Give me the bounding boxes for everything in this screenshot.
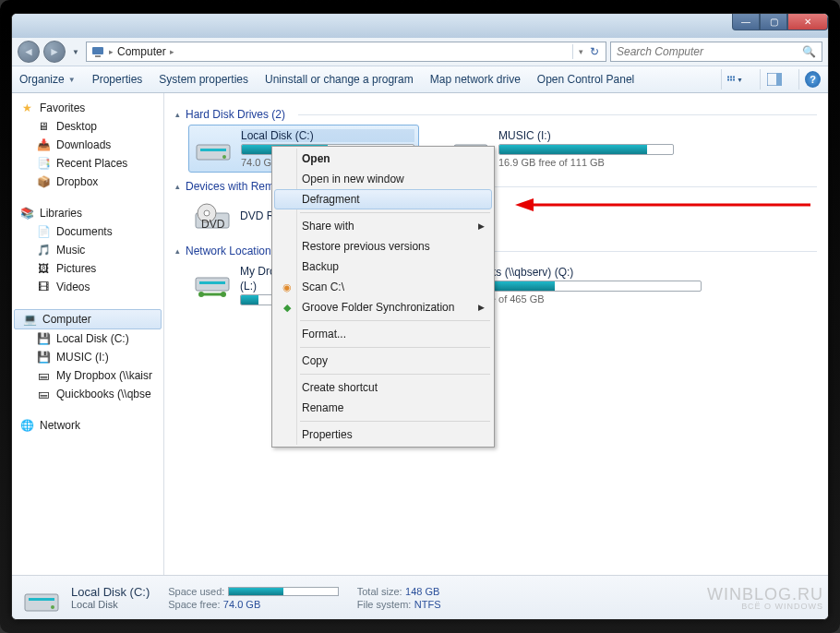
status-disk-title: Local Disk (C:) (71, 585, 150, 599)
ctx-create-shortcut[interactable]: Create shortcut (274, 377, 492, 398)
sidebar-item-recent[interactable]: 📑Recent Places (12, 154, 163, 173)
drive-quickbooks[interactable]: ooks (\\qbserv) (Q:) free of 465 GB (474, 261, 705, 309)
svg-rect-0 (92, 47, 103, 54)
network-group[interactable]: 🌐Network (12, 416, 163, 435)
disk-icon: 💾 (36, 331, 51, 346)
svg-point-26 (51, 605, 54, 609)
documents-icon: 📄 (36, 224, 51, 239)
uninstall-button[interactable]: Uninstall or change a program (265, 73, 414, 86)
sidebar-item-documents[interactable]: 📄Documents (12, 222, 163, 241)
map-drive-button[interactable]: Map network drive (430, 73, 521, 86)
svg-rect-4 (733, 76, 735, 78)
ctx-groove-sync[interactable]: ◆Groove Folder Synchronization▶ (274, 297, 492, 317)
disk-icon: 💾 (36, 350, 51, 364)
total-size-value: 148 GB (405, 586, 439, 597)
svg-rect-25 (29, 598, 54, 601)
search-input[interactable] (617, 45, 801, 58)
content-area: ▴Hard Disk Drives (2) Local Disk (C:) 74… (164, 93, 828, 575)
search-icon[interactable]: 🔍 (801, 44, 816, 59)
navigation-pane: ★Favorites 🖥Desktop 📥Downloads 📑Recent P… (12, 93, 164, 575)
netdrive-icon: 🖴 (36, 368, 51, 383)
collapse-icon: ▴ (175, 182, 180, 191)
sidebar-item-downloads[interactable]: 📥Downloads (12, 136, 163, 154)
svg-rect-7 (733, 78, 735, 80)
context-menu: Open Open in new window Defragment Share… (271, 146, 495, 448)
forward-button[interactable]: ► (43, 41, 66, 63)
section-hdd[interactable]: ▴Hard Disk Drives (2) (175, 108, 817, 121)
breadcrumb-computer[interactable]: Computer (117, 45, 166, 58)
address-bar[interactable]: ▸ Computer ▸ ▾ ↻ (86, 42, 606, 62)
sidebar-item-desktop[interactable]: 🖥Desktop (12, 117, 163, 136)
recent-icon: 📑 (36, 156, 51, 171)
drive-name: Local Disk (C:) (241, 129, 414, 142)
ctx-open[interactable]: Open (274, 149, 492, 169)
svg-rect-1 (95, 55, 101, 57)
sidebar-item-pictures[interactable]: 🖼Pictures (12, 259, 163, 278)
svg-point-23 (221, 292, 226, 297)
sidebar-computer-group[interactable]: 💻Computer (14, 309, 162, 329)
sidebar-item-quickbooks[interactable]: 🖴Quickbooks (\\qbse (12, 385, 163, 403)
sidebar-item-music[interactable]: 🎵Music (12, 241, 163, 259)
ctx-restore-previous[interactable]: Restore previous versions (274, 236, 492, 257)
sidebar-item-music-i[interactable]: 💾MUSIC (I:) (12, 348, 163, 366)
titlebar: — ▢ ✕ (12, 14, 828, 38)
search-box[interactable]: 🔍 (610, 42, 822, 62)
ctx-copy[interactable]: Copy (274, 351, 492, 371)
properties-button[interactable]: Properties (92, 73, 143, 86)
ctx-open-new-window[interactable]: Open in new window (274, 169, 492, 189)
details-pane: Local Disk (C:) Local Disk Space used: S… (12, 575, 828, 619)
ctx-scan[interactable]: ◉Scan C:\ (274, 277, 492, 297)
star-icon: ★ (19, 101, 34, 115)
separator (300, 421, 490, 422)
sidebar-item-videos[interactable]: 🎞Videos (12, 278, 163, 296)
capacity-bar (498, 144, 674, 155)
minimize-button[interactable]: — (732, 14, 760, 30)
maximize-button[interactable]: ▢ (760, 14, 787, 30)
svg-rect-6 (730, 78, 732, 80)
computer-icon: 💻 (22, 312, 37, 327)
svg-rect-21 (199, 281, 225, 284)
back-button[interactable]: ◄ (18, 41, 40, 63)
capacity-bar (228, 587, 339, 596)
dropdown-icon[interactable]: ▾ (579, 47, 583, 56)
view-mode-button[interactable]: ▼ (721, 69, 743, 90)
libraries-group[interactable]: 📚Libraries (12, 204, 163, 222)
space-free-value: 74.0 GB (223, 599, 260, 610)
space-used-label: Space used: (168, 586, 224, 597)
svg-rect-2 (727, 76, 729, 78)
sidebar-item-mydropbox[interactable]: 🖴My Dropbox (\\kaisr (12, 366, 163, 385)
separator (300, 347, 490, 348)
netdrive-icon: 🖴 (36, 387, 51, 401)
system-properties-button[interactable]: System properties (159, 73, 248, 86)
nav-history-dropdown[interactable]: ▼ (69, 41, 82, 63)
sidebar-item-localdisk-c[interactable]: 💾Local Disk (C:) (12, 329, 163, 348)
drive-free-label: 16.9 GB free of 111 GB (498, 157, 674, 168)
dvd-icon: DVD (192, 200, 233, 233)
sidebar-item-dropbox[interactable]: 📦Dropbox (12, 173, 163, 191)
submenu-arrow-icon: ▶ (478, 303, 485, 312)
organize-menu[interactable]: Organize ▼ (19, 73, 76, 86)
svg-rect-5 (727, 78, 729, 80)
preview-pane-button[interactable] (760, 69, 782, 90)
capacity-bar (478, 281, 702, 292)
control-panel-button[interactable]: Open Control Panel (537, 73, 634, 86)
svg-marker-28 (515, 198, 534, 211)
ctx-format[interactable]: Format... (274, 324, 492, 344)
ctx-rename[interactable]: Rename (274, 398, 492, 418)
refresh-icon[interactable]: ↻ (587, 44, 602, 59)
libraries-icon: 📚 (19, 206, 34, 221)
separator (300, 374, 490, 375)
ctx-backup[interactable]: Backup (274, 257, 492, 277)
svg-rect-3 (730, 76, 732, 78)
favorites-group[interactable]: ★Favorites (12, 99, 163, 117)
pictures-icon: 🖼 (36, 261, 51, 276)
help-button[interactable]: ? (798, 69, 821, 90)
ctx-share-with[interactable]: Share with▶ (274, 216, 492, 236)
ctx-defragment[interactable]: Defragment (274, 189, 492, 209)
breadcrumb-sep-icon: ▸ (109, 47, 114, 56)
separator (300, 212, 490, 213)
ctx-properties[interactable]: Properties (274, 424, 492, 445)
help-icon: ? (805, 71, 821, 88)
breadcrumb-sep-icon: ▸ (170, 47, 174, 56)
close-button[interactable]: ✕ (787, 14, 828, 30)
